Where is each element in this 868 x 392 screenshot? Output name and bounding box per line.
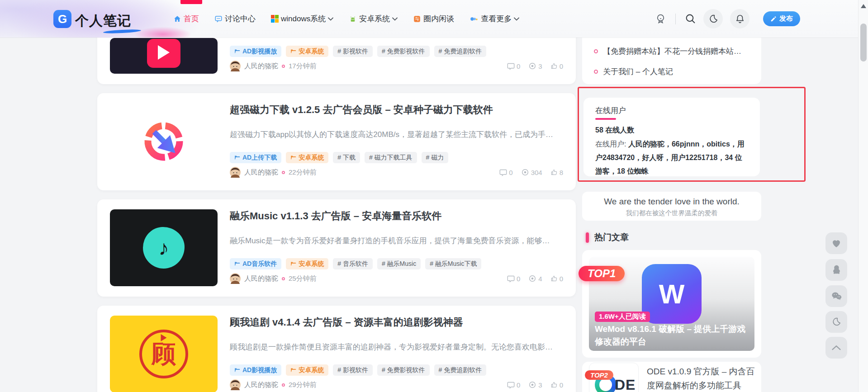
post-title[interactable]: 超强磁力下载 v1.2.5 去广告会员版 – 安卓种子磁力下载软件 xyxy=(230,103,564,117)
nav-item-android[interactable]: 安卓系统 xyxy=(349,14,398,24)
dot-separator xyxy=(282,171,285,174)
tag-label: 安卓系统 xyxy=(299,47,324,56)
view-count: 3 xyxy=(538,62,542,70)
avatar[interactable] xyxy=(230,379,241,390)
post-thumbnail[interactable] xyxy=(110,38,218,74)
hash-tag[interactable]: # 融乐Music下载 xyxy=(425,258,481,269)
site-logo[interactable]: G xyxy=(53,10,71,28)
member-badge-button[interactable] xyxy=(655,13,666,24)
tag-label: 安卓系统 xyxy=(299,366,324,374)
site-title[interactable]: 个人笔记 xyxy=(75,12,131,30)
post-card[interactable]: ♪ 融乐Music v1.1.3 去广告版 – 安卓海量音乐软件 融乐Music… xyxy=(97,199,576,297)
sidebar-link-donate[interactable]: 【免费捐赠本站】不花一分钱捐赠本站… xyxy=(594,46,752,57)
tag-label: AD影视播放 xyxy=(242,47,277,56)
category-tag[interactable]: AD影视播放 xyxy=(230,364,281,376)
comment-icon xyxy=(499,169,507,176)
hash-tag[interactable]: # 磁力下载工具 xyxy=(365,152,417,163)
hash-tag[interactable]: # 融乐Music xyxy=(377,258,421,269)
qq-button[interactable] xyxy=(825,259,847,281)
nav-item-chat-circle[interactable]: 圈内闲谈 xyxy=(413,14,454,24)
post-title[interactable]: 融乐Music v1.1.3 去广告版 – 安卓海量音乐软件 xyxy=(230,209,564,223)
like-icon[interactable] xyxy=(550,275,558,282)
video-app-logo xyxy=(147,39,180,68)
author-name[interactable]: 人民的骆驼 xyxy=(244,274,278,283)
avatar[interactable] xyxy=(230,167,241,178)
dark-mode-button[interactable] xyxy=(825,311,847,333)
nav-item-home[interactable]: 首页 xyxy=(173,14,199,24)
category-tag[interactable]: AD音乐软件 xyxy=(230,258,281,269)
nav-item-more[interactable]: 查看更多 xyxy=(470,14,519,24)
post-card[interactable]: 超强磁力下载 v1.2.5 去广告会员版 – 安卓种子磁力下载软件 超强磁力下载… xyxy=(97,93,576,190)
back-to-top-button[interactable] xyxy=(825,337,847,359)
wechat-button[interactable] xyxy=(825,285,847,307)
hash-tag[interactable]: # 免费影视软件 xyxy=(377,46,430,57)
wechat-icon xyxy=(830,290,843,302)
hash-tag[interactable]: # 免费追剧软件 xyxy=(434,46,487,57)
android-icon xyxy=(349,15,357,23)
notifications-button[interactable] xyxy=(730,9,749,28)
qq-icon xyxy=(830,264,843,276)
dark-mode-toggle[interactable] xyxy=(703,9,723,28)
logo-letter: G xyxy=(58,12,67,26)
avatar[interactable] xyxy=(230,61,241,71)
pencil-icon xyxy=(770,16,777,22)
hash-tag[interactable]: # 磁力 xyxy=(422,152,449,163)
comment-count: 0 xyxy=(517,275,520,283)
play-icon xyxy=(158,45,170,60)
scroll-up-arrow[interactable] xyxy=(861,4,866,8)
online-count: 58 在线人数 xyxy=(595,126,634,135)
hash-tag[interactable]: # 影视软件 xyxy=(333,46,373,57)
hot-article-top2[interactable]: DE TOP2 ODE v1.0.9 官方版 – 内含百度网盘解析的多功能工具 xyxy=(582,362,761,392)
favorite-button[interactable] xyxy=(825,232,847,254)
eye-icon xyxy=(521,168,529,176)
top2-article-title[interactable]: ODE v1.0.9 官方版 – 内含百度网盘解析的多功能工具 xyxy=(647,364,763,392)
post-thumbnail[interactable]: 顾 xyxy=(110,316,218,392)
category-tag[interactable]: 安卓系统 xyxy=(286,46,328,57)
category-tag[interactable]: 安卓系统 xyxy=(286,364,328,376)
author-name[interactable]: 人民的骆驼 xyxy=(244,62,278,71)
nav-item-discussion[interactable]: 讨论中心 xyxy=(214,14,256,24)
sidebar-link-about[interactable]: 关于我们 – 个人笔记 xyxy=(594,66,752,77)
hash-tag[interactable]: # 免费影视软件 xyxy=(377,364,430,376)
post-thumbnail[interactable]: ♪ xyxy=(110,209,218,286)
like-icon[interactable] xyxy=(550,62,558,70)
quote-english: We are the tender love in the world. xyxy=(582,197,761,207)
category-tag[interactable]: 安卓系统 xyxy=(286,258,328,269)
post-title[interactable]: 顾我追剧 v4.1.4 去广告版 – 资源丰富的追剧影视神器 xyxy=(230,316,564,329)
scrollbar[interactable] xyxy=(858,0,868,392)
hash-tag[interactable]: # 音乐软件 xyxy=(333,258,373,269)
category-tag[interactable]: 安卓系统 xyxy=(286,152,328,163)
scrollbar-thumb[interactable] xyxy=(860,24,867,61)
tag-label: AD上传下载 xyxy=(242,154,277,162)
top1-article-title[interactable]: WeMod v8.16.1 破解版 – 提供上千游戏修改器的平台 xyxy=(595,323,750,348)
like-icon[interactable] xyxy=(550,381,558,388)
like-icon[interactable] xyxy=(550,169,558,176)
hash-tag[interactable]: # 下载 xyxy=(333,152,360,163)
post-time: 22分钟前 xyxy=(289,168,317,177)
chevron-down-icon xyxy=(392,17,398,21)
author-name[interactable]: 人民的骆驼 xyxy=(244,381,278,389)
post-card[interactable]: 顾 顾我追剧 v4.1.4 去广告版 – 资源丰富的追剧影视神器 顾我追剧是一款… xyxy=(97,306,576,392)
view-count: 4 xyxy=(538,275,542,283)
post-time: 29分钟前 xyxy=(289,381,317,389)
read-count-badge: 1.6W+人已阅读 xyxy=(595,312,650,322)
link-label: 关于我们 – 个人笔记 xyxy=(603,66,673,77)
search-button[interactable] xyxy=(685,13,696,24)
hash-tag[interactable]: # 免费追剧软件 xyxy=(434,364,487,376)
avatar[interactable] xyxy=(230,273,241,284)
moon-icon xyxy=(831,317,841,327)
nav-label: 讨论中心 xyxy=(225,14,256,24)
nav-item-windows[interactable]: windows系统 xyxy=(271,14,333,24)
dot-separator xyxy=(282,277,285,280)
post-thumbnail[interactable] xyxy=(110,103,218,180)
chevron-down-icon xyxy=(514,17,519,21)
discuss-icon xyxy=(214,15,223,23)
like-count: 0 xyxy=(560,62,563,70)
publish-button[interactable]: 发布 xyxy=(763,11,800,26)
category-tag[interactable]: AD上传下载 xyxy=(230,152,281,163)
online-users-title: 在线用户 xyxy=(595,105,626,116)
category-tag[interactable]: AD影视播放 xyxy=(230,46,281,57)
author-name[interactable]: 人民的骆驼 xyxy=(244,168,278,177)
hash-tag[interactable]: # 影视软件 xyxy=(333,364,373,376)
hot-article-top1[interactable]: W 1.6W+人已阅读 WeMod v8.16.1 破解版 – 提供上千游戏修改… xyxy=(582,250,761,358)
